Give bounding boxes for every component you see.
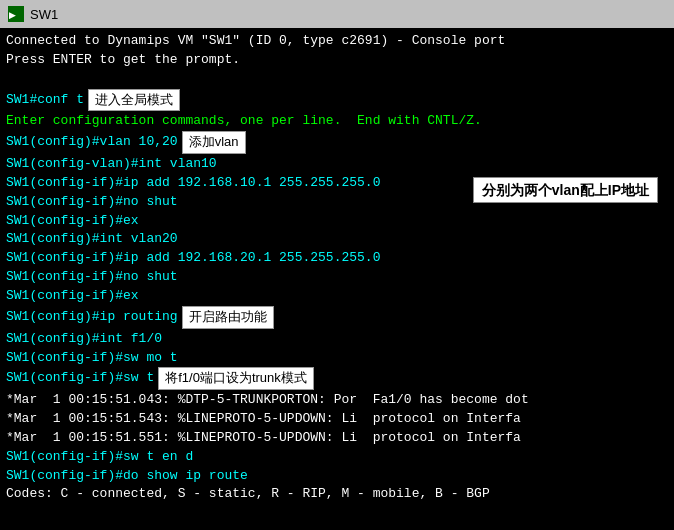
- terminal-line-19: *Mar 1 00:15:51.043: %DTP-5-TRUNKPORTON:…: [6, 391, 668, 410]
- terminal-line-23: SW1(config-if)#do show ip route: [6, 467, 668, 486]
- terminal-line-6-text: SW1(config)#vlan 10,20: [6, 133, 178, 152]
- terminal-line-15-text: SW1(config)#ip routing: [6, 308, 178, 327]
- terminal-line-12: SW1(config-if)#ip add 192.168.20.1 255.2…: [6, 249, 668, 268]
- terminal-line-10: SW1(config-if)#ex: [6, 212, 668, 231]
- terminal-line-7: SW1(config-vlan)#int vlan10: [6, 155, 668, 174]
- terminal-line-2: Press ENTER to get the prompt.: [6, 51, 668, 70]
- window-title: SW1: [30, 7, 58, 22]
- terminal-line-16: SW1(config)#int f1/0: [6, 330, 668, 349]
- terminal-line-14: SW1(config-if)#ex: [6, 287, 668, 306]
- svg-text:▶: ▶: [9, 11, 16, 21]
- terminal-line-22: SW1(config-if)#sw t en d: [6, 448, 668, 467]
- terminal-line-1: Connected to Dynamips VM "SW1" (ID 0, ty…: [6, 32, 668, 51]
- annotation-vlan: 添加vlan: [182, 131, 246, 154]
- terminal-line-17: SW1(config-if)#sw mo t: [6, 349, 668, 368]
- window-icon: ▶: [8, 6, 24, 22]
- terminal-line-24: Codes: C - connected, S - static, R - RI…: [6, 485, 668, 504]
- terminal-line-15: SW1(config)#ip routing 开启路由功能: [6, 306, 668, 329]
- terminal[interactable]: Connected to Dynamips VM "SW1" (ID 0, ty…: [0, 28, 674, 530]
- terminal-line-4: SW1#conf t 进入全局模式: [6, 89, 668, 112]
- title-bar: ▶ SW1: [0, 0, 674, 28]
- annotation-routing: 开启路由功能: [182, 306, 274, 329]
- terminal-line-5: Enter configuration commands, one per li…: [6, 112, 668, 131]
- terminal-line-20: *Mar 1 00:15:51.543: %LINEPROTO-5-UPDOWN…: [6, 410, 668, 429]
- terminal-line-4-text: SW1#conf t: [6, 91, 84, 110]
- terminal-line-18: SW1(config-if)#sw t 将f1/0端口设为trunk模式: [6, 367, 668, 390]
- terminal-line-18-text: SW1(config-if)#sw t: [6, 369, 154, 388]
- terminal-line-3: [6, 70, 668, 89]
- annotation-conf-t: 进入全局模式: [88, 89, 180, 112]
- terminal-line-11: SW1(config)#int vlan20: [6, 230, 668, 249]
- vlan-block: SW1(config-vlan)#int vlan10 SW1(config-i…: [6, 155, 668, 306]
- terminal-line-21: *Mar 1 00:15:51.551: %LINEPROTO-5-UPDOWN…: [6, 429, 668, 448]
- terminal-line-6: SW1(config)#vlan 10,20 添加vlan: [6, 131, 668, 154]
- terminal-line-13: SW1(config-if)#no shut: [6, 268, 668, 287]
- annotation-trunk: 将f1/0端口设为trunk模式: [158, 367, 314, 390]
- annotation-vlan-ip: 分别为两个vlan配上IP地址: [473, 177, 658, 203]
